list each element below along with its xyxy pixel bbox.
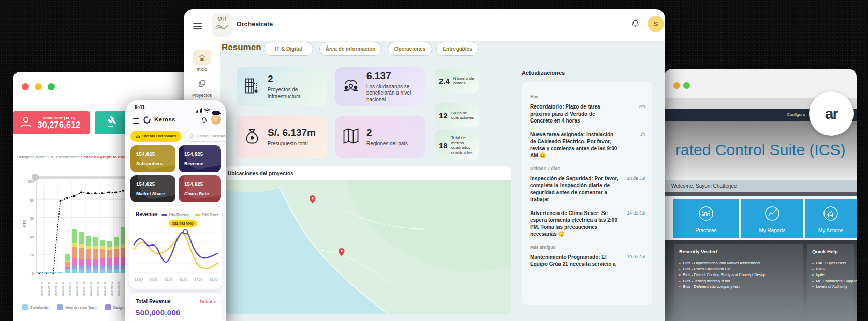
mini-stat-metros[interactable]: 18 Total de metros cuadrados construidos	[435, 130, 479, 160]
quick-help-item[interactable]: BMS	[812, 266, 848, 272]
kpi-card-market-share[interactable]: 154,625 Market Share	[130, 175, 175, 202]
gavel-icon	[106, 116, 119, 130]
close-window-button[interactable]	[22, 83, 29, 90]
stat-card-regiones[interactable]: 2 Regiones del país	[335, 116, 425, 158]
minimize-window-button[interactable]	[673, 82, 680, 89]
dpe-bar[interactable]	[44, 272, 49, 273]
dpe-bar[interactable]	[65, 254, 70, 273]
filter-operaciones[interactable]: Operaciones	[388, 42, 432, 56]
total-revenue-value: 500,000,000	[136, 308, 181, 317]
update-item[interactable]: Inspección de Seguridad: Por favor, comp…	[530, 175, 645, 203]
dpe-bar-segment	[65, 254, 70, 261]
dpe-line-point	[122, 190, 124, 192]
dpe-stacked-bar-chart[interactable]	[36, 181, 135, 273]
tile-my-actions[interactable]: My Actions	[805, 199, 857, 238]
revenue-chart-card[interactable]: Revenue Total RevenueTotal Order 583,493…	[129, 206, 222, 289]
dpe-bar[interactable]	[100, 240, 105, 273]
kpi-card-revenue[interactable]: 154,625 Revenue	[179, 145, 221, 172]
mini-stat-salas[interactable]: 12 Salas de operaciones	[435, 103, 479, 127]
legend-swatch	[195, 214, 200, 216]
dpe-bar-segment	[79, 244, 84, 248]
maximize-window-button[interactable]	[683, 82, 690, 89]
recently-visited-item[interactable]: Bids - District Cooling Study and Concep…	[679, 272, 798, 278]
recently-visited-item[interactable]: Bids - Deferent stat company test	[679, 284, 798, 290]
minimize-window-button[interactable]	[35, 83, 42, 90]
tile-label: My Actions	[805, 227, 857, 233]
dpe-bar[interactable]	[72, 229, 77, 273]
detail-link[interactable]: Detail >	[200, 299, 216, 304]
user-avatar[interactable]: S	[648, 16, 664, 32]
ics-tiles-row: Practices My Reports My Actions	[664, 196, 857, 240]
dpe-bar[interactable]	[114, 237, 119, 273]
project-locations-map[interactable]: Ubicaciones del proyectos	[222, 166, 511, 314]
orchestrate-logo: OR	[212, 13, 232, 37]
axis-tick-label: 15:00	[165, 278, 173, 281]
quick-help-item[interactable]: UAE Super Users	[812, 260, 848, 266]
tile-label: My Reports	[741, 227, 803, 233]
notifications-bell-icon[interactable]	[631, 19, 640, 30]
kpi-label: Revenue	[184, 161, 215, 166]
dpe-bar[interactable]	[107, 241, 112, 273]
chart-icon	[136, 134, 140, 139]
axis-tick-label: 2020-06-07	[54, 281, 57, 296]
notifications-bell-icon[interactable]	[201, 116, 208, 126]
maximize-window-button[interactable]	[48, 83, 55, 90]
dpe-bar[interactable]	[93, 237, 98, 273]
filter-entregables[interactable]: Entregables	[436, 42, 479, 56]
tile-my-reports[interactable]: My Reports	[741, 199, 803, 238]
divider	[664, 192, 857, 196]
dpe-bar[interactable]	[79, 232, 84, 273]
dpe-bar-segment	[79, 259, 84, 265]
quick-help-item[interactable]: ME Commercial Support	[812, 278, 848, 284]
filter-area-informacion[interactable]: Área de información	[319, 42, 381, 56]
quick-help-item[interactable]: igate	[812, 272, 848, 278]
recently-visited-item[interactable]: Bids - Testing monthly rt bid	[679, 278, 798, 284]
total-revenue-card[interactable]: Total Revenue Detail > 500,000,000	[129, 293, 222, 321]
quick-help-item[interactable]: Levels of Authority	[812, 284, 848, 290]
signal-icon	[196, 105, 202, 115]
tile-practices[interactable]: Practices	[673, 199, 739, 238]
sidebar-item-inicio[interactable]: Inicio	[184, 50, 220, 72]
update-timestamp: 14 de Jul	[623, 210, 645, 238]
update-item[interactable]: Nueva tarea asignada: Instalación de Cab…	[530, 131, 645, 159]
kpi-card-subscribers[interactable]: 154,625 Subscribers	[130, 145, 175, 172]
dpe-bar[interactable]	[37, 272, 42, 273]
dpe-bar[interactable]	[58, 272, 63, 273]
stat-card-proyectos[interactable]: 2 Proyectos de infraestructura	[237, 67, 327, 106]
axis-tick-label: 17:00	[194, 278, 202, 281]
total-cost-card[interactable]: Total Cost (AED) 30,276,612	[13, 111, 90, 134]
mini-stat-camas[interactable]: 2.4 Número de camas	[435, 69, 479, 93]
stat-card-ciudadanos[interactable]: 6.137 Los ciudadanos se beneficiarán a n…	[335, 67, 425, 106]
axis-tick-label: 2020-06-21	[68, 281, 71, 296]
dpe-bar[interactable]	[51, 272, 56, 273]
recently-visited-item[interactable]: Bids - Organisational and Market Assessm…	[679, 260, 798, 266]
total-order-line	[134, 234, 218, 269]
stat-value: 12	[439, 111, 448, 120]
dpe-bar[interactable]	[86, 236, 91, 273]
user-avatar[interactable]	[211, 115, 221, 125]
dpe-x-axis-labels: 2020-05-242020-05-312020-06-072020-06-14…	[36, 276, 140, 298]
kpi-label: Churn Rate	[184, 191, 215, 196]
menu-icon[interactable]	[133, 117, 139, 125]
kpi-card-churn-rate[interactable]: 154,625 Churn Rate	[179, 175, 221, 202]
update-item[interactable]: Mantenimiento Programado: El Equipo Grúa…	[530, 254, 645, 268]
configuration-menu[interactable]: Configura	[787, 112, 805, 117]
tab-overall-dashboard[interactable]: Overall Dashboard	[130, 131, 181, 142]
filter-it-digital[interactable]: IT & Digital	[264, 42, 313, 56]
peak-marker	[183, 230, 187, 234]
quick-help-title: Quick Help	[812, 249, 848, 257]
menu-icon[interactable]	[193, 22, 202, 31]
axis-tick-label: 60	[24, 217, 34, 220]
dpe-bar-segment	[86, 266, 91, 269]
sidebar-item-proyectos[interactable]: Proyectos	[184, 75, 220, 98]
update-item[interactable]: Recordatorio: Plazo de tarea próximo par…	[530, 103, 645, 125]
dpe-bar-segment	[86, 259, 91, 265]
tab-finance-dashboard[interactable]: Finance Dashboard	[184, 131, 226, 142]
recently-visited-item[interactable]: Bids - Rates Calculation Bid	[679, 266, 798, 272]
update-item[interactable]: Advertencia de Clima Sever: Se espera to…	[530, 210, 645, 238]
home-icon	[198, 54, 206, 62]
stat-value: 2	[268, 73, 321, 85]
section-title-dropdown[interactable]: Resumen▼	[222, 42, 269, 53]
ics-corner-logo: ar	[809, 91, 854, 136]
stat-card-presupuesto[interactable]: S/. 6.137m Presupuesto total	[237, 116, 327, 158]
